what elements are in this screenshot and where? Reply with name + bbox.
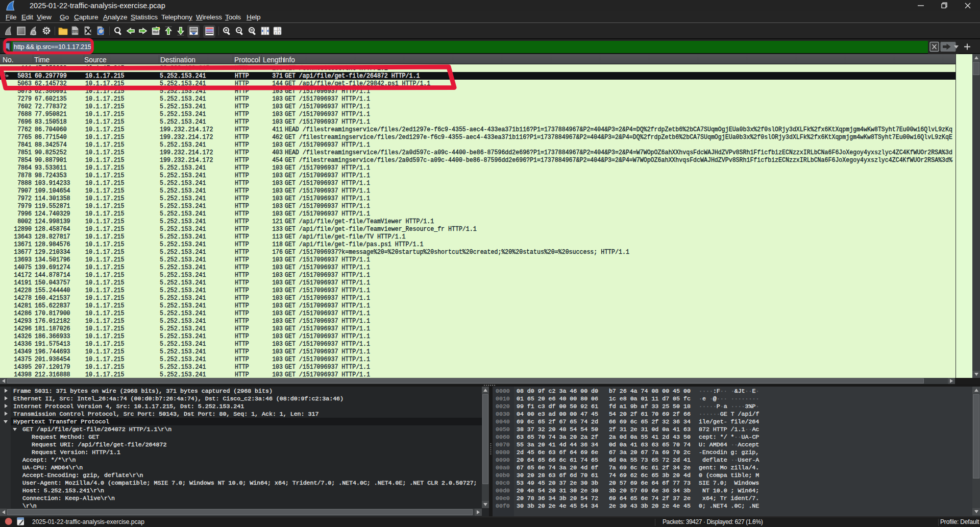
svg-text:2: 2	[275, 32, 276, 35]
svg-text:3: 3	[278, 32, 280, 35]
svg-text:010: 010	[72, 31, 78, 34]
svg-text:1: 1	[278, 28, 280, 31]
